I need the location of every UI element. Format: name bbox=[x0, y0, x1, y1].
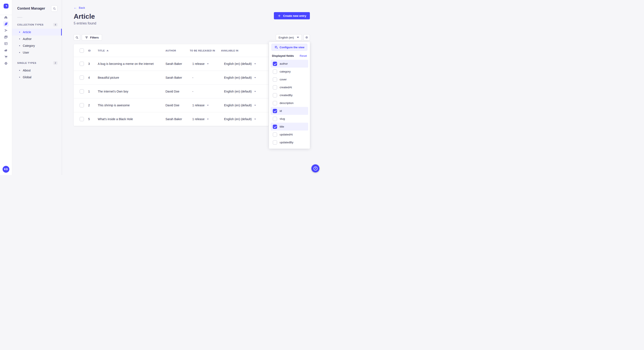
column-header-id[interactable]: ID bbox=[88, 49, 98, 52]
subnav-item-about[interactable]: About bbox=[12, 67, 62, 74]
strapi-logo-icon[interactable] bbox=[4, 3, 8, 8]
subnav-item-label: About bbox=[23, 69, 31, 72]
cell-available[interactable]: English (en) (default) bbox=[221, 117, 268, 121]
section-head: COLLECTION TYPES4 bbox=[12, 23, 62, 26]
create-new-entry-button[interactable]: Create new entry bbox=[274, 12, 310, 19]
checkbox[interactable] bbox=[273, 93, 277, 97]
cell-available[interactable]: English (en) (default) bbox=[221, 62, 268, 65]
home-icon[interactable] bbox=[3, 14, 9, 20]
cell-releases[interactable]: 1 release bbox=[190, 104, 221, 107]
view-settings-gear-icon[interactable] bbox=[304, 34, 310, 41]
checkbox[interactable] bbox=[273, 62, 277, 66]
cell-author: Sarah Baker bbox=[166, 117, 190, 121]
subnav-item-author[interactable]: Author bbox=[12, 35, 62, 42]
field-label: createdAt bbox=[280, 86, 292, 89]
settings-gear-icon[interactable] bbox=[3, 61, 9, 66]
field-toggle-cover[interactable]: cover bbox=[271, 75, 308, 83]
bullet-icon bbox=[19, 77, 20, 78]
field-toggle-id[interactable]: id bbox=[271, 107, 308, 115]
search-icon[interactable] bbox=[51, 5, 58, 12]
cell-releases[interactable]: 1 release bbox=[190, 117, 221, 121]
row-checkbox[interactable] bbox=[80, 62, 84, 66]
cell-title: A bug is becoming a meme on the internet bbox=[98, 62, 166, 65]
chevron-down-icon bbox=[297, 37, 299, 38]
subnav-item-global[interactable]: Global bbox=[12, 74, 62, 81]
cell-available[interactable]: English (en) (default) bbox=[221, 76, 268, 79]
available-value: English (en) (default) bbox=[224, 76, 252, 79]
row-checkbox[interactable] bbox=[80, 103, 84, 107]
select-all-checkbox[interactable] bbox=[80, 48, 84, 53]
caret-down-icon bbox=[254, 105, 256, 106]
checkbox[interactable] bbox=[273, 101, 277, 105]
section-items: ArticleAuthorCategoryUser bbox=[12, 29, 62, 56]
subnav-item-user[interactable]: User bbox=[12, 49, 62, 56]
list-plus-icon bbox=[274, 45, 278, 49]
table-body: 3A bug is becoming a meme on the interne… bbox=[74, 57, 268, 126]
marketplace-cart-icon[interactable] bbox=[3, 54, 9, 59]
media-library-icon[interactable] bbox=[3, 34, 9, 40]
row-checkbox[interactable] bbox=[80, 75, 84, 80]
back-link[interactable]: ← Back bbox=[74, 6, 85, 9]
section-label: SINGLE TYPES bbox=[17, 62, 36, 64]
field-toggle-updatedBy[interactable]: updatedBy bbox=[271, 138, 308, 146]
checkbox[interactable] bbox=[273, 85, 277, 90]
help-button[interactable]: ? bbox=[311, 164, 320, 173]
section-label: COLLECTION TYPES bbox=[17, 23, 44, 26]
field-toggle-slug[interactable]: slug bbox=[271, 115, 308, 123]
column-header-title[interactable]: TITLE bbox=[98, 49, 166, 52]
locale-value: English (en) bbox=[278, 36, 294, 39]
table-row: 4Beautiful pictureSarah Baker-English (e… bbox=[74, 71, 268, 84]
checkbox[interactable] bbox=[273, 125, 277, 129]
column-header-author[interactable]: AUTHOR bbox=[166, 49, 190, 52]
releases-value: 1 release bbox=[192, 104, 205, 107]
subnav-divider bbox=[17, 17, 22, 18]
field-toggle-description[interactable]: description bbox=[271, 99, 308, 107]
cell-id: 3 bbox=[88, 62, 98, 65]
filters-button[interactable]: Filters bbox=[82, 34, 102, 41]
user-avatar[interactable]: KD bbox=[2, 166, 9, 173]
subnav-item-article[interactable]: Article bbox=[12, 29, 62, 35]
field-toggle-createdBy[interactable]: createdBy bbox=[271, 91, 308, 99]
locale-select[interactable]: English (en) bbox=[276, 34, 302, 41]
entries-count: 5 entries found bbox=[74, 21, 96, 26]
filters-label: Filters bbox=[90, 36, 99, 39]
cell-title: What's inside a Black Hole bbox=[98, 117, 166, 121]
row-checkbox[interactable] bbox=[80, 117, 84, 121]
content-manager-icon[interactable] bbox=[3, 21, 9, 26]
field-toggle-author[interactable]: author bbox=[271, 60, 308, 68]
field-toggle-title[interactable]: title bbox=[271, 123, 308, 131]
entries-table: ID TITLE AUTHOR TO BE RELEASED IN AVAILA… bbox=[74, 44, 268, 126]
deploy-cloud-icon[interactable] bbox=[3, 47, 9, 53]
field-toggle-category[interactable]: category bbox=[271, 68, 308, 75]
configure-view-popover: Configure the view Displayed fields Rese… bbox=[269, 42, 310, 149]
cell-available[interactable]: English (en) (default) bbox=[221, 104, 268, 107]
field-toggle-updatedAt[interactable]: updatedAt bbox=[271, 131, 308, 138]
row-checkbox[interactable] bbox=[80, 89, 84, 94]
cell-author: David Doe bbox=[166, 90, 190, 93]
caret-down-icon bbox=[254, 119, 256, 120]
table-row: 2This shrimp is awesomeDavid Doe1 releas… bbox=[74, 98, 268, 112]
checkbox[interactable] bbox=[273, 109, 277, 113]
table-row: 1The internet's Own boyDavid Doe-English… bbox=[74, 84, 268, 98]
column-header-releases[interactable]: TO BE RELEASED IN bbox=[190, 49, 221, 52]
table-search-icon[interactable] bbox=[74, 34, 80, 41]
cell-releases[interactable]: 1 release bbox=[190, 62, 221, 65]
configure-the-view-button[interactable]: Configure the view bbox=[272, 44, 307, 51]
create-new-entry-label: Create new entry bbox=[283, 14, 306, 17]
checkbox[interactable] bbox=[273, 117, 277, 121]
cell-available[interactable]: English (en) (default) bbox=[221, 90, 268, 93]
checkbox[interactable] bbox=[273, 133, 277, 137]
subnav-item-category[interactable]: Category bbox=[12, 42, 62, 49]
field-label: createdBy bbox=[280, 94, 292, 97]
checkbox[interactable] bbox=[273, 77, 277, 82]
reset-link[interactable]: Reset bbox=[300, 54, 307, 57]
available-value: English (en) (default) bbox=[224, 104, 252, 107]
column-header-available[interactable]: AVAILABLE IN bbox=[221, 49, 268, 52]
checkbox[interactable] bbox=[273, 70, 277, 74]
content-type-builder-icon[interactable] bbox=[3, 41, 9, 46]
field-toggle-createdAt[interactable]: createdAt bbox=[271, 83, 308, 91]
releases-icon[interactable] bbox=[3, 28, 9, 33]
fields-list: authorcategorycovercreatedAtcreatedBydes… bbox=[272, 60, 307, 146]
subnav: Content Manager COLLECTION TYPES4Article… bbox=[12, 0, 62, 175]
checkbox[interactable] bbox=[273, 140, 277, 145]
